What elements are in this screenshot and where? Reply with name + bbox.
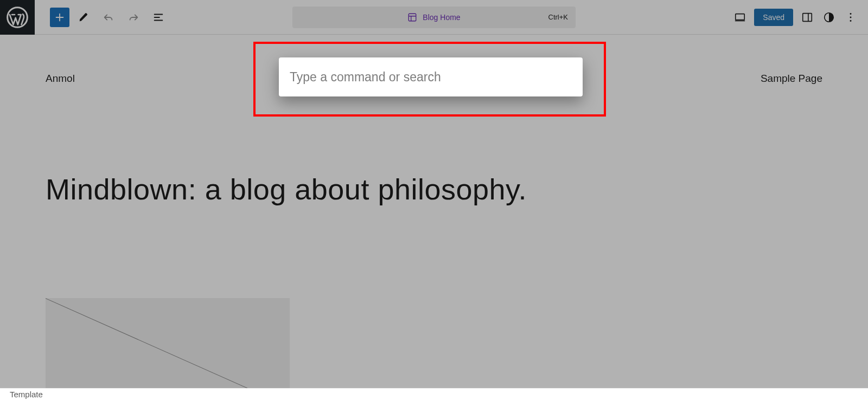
shortcut-hint: Ctrl+K	[548, 13, 568, 21]
editor-toolbar: Blog Home Ctrl+K Saved	[0, 0, 868, 35]
wordpress-logo[interactable]	[0, 0, 35, 35]
plus-icon	[54, 11, 66, 23]
desktop-icon	[734, 11, 746, 23]
redo-button[interactable]	[123, 7, 144, 28]
pencil-icon	[78, 11, 90, 23]
sidebar-toggle-icon	[801, 11, 813, 23]
template-pill: Blog Home	[407, 12, 460, 22]
svg-rect-1	[409, 14, 417, 21]
toolbar-right-group: Saved	[732, 9, 868, 26]
save-label: Saved	[763, 13, 784, 22]
toolbar-left-group	[50, 7, 169, 28]
command-input[interactable]	[290, 70, 572, 85]
save-button[interactable]: Saved	[754, 9, 793, 26]
list-icon	[152, 11, 164, 23]
layout-icon	[407, 12, 417, 22]
contrast-icon	[823, 11, 835, 23]
add-block-button[interactable]	[50, 8, 69, 27]
settings-panel-button[interactable]	[800, 10, 815, 25]
kebab-icon	[845, 11, 857, 23]
edit-tool-button[interactable]	[73, 7, 94, 28]
template-label: Blog Home	[423, 13, 460, 22]
breadcrumb-label: Template	[10, 390, 43, 399]
svg-rect-3	[803, 13, 812, 21]
redo-icon	[127, 11, 139, 23]
command-palette[interactable]	[279, 57, 583, 96]
command-bar-trigger[interactable]: Blog Home Ctrl+K	[292, 7, 576, 28]
svg-point-5	[850, 13, 852, 15]
hero-heading[interactable]: Mindblown: a blog about philosophy.	[46, 172, 822, 206]
more-options-button[interactable]	[843, 10, 858, 25]
svg-point-6	[850, 16, 852, 18]
undo-icon	[103, 11, 114, 23]
site-title[interactable]: Anmol	[46, 73, 75, 85]
svg-point-7	[850, 20, 852, 21]
featured-image-placeholder[interactable]	[46, 298, 290, 400]
undo-button[interactable]	[98, 7, 119, 28]
svg-rect-2	[736, 14, 745, 20]
styles-button[interactable]	[821, 10, 837, 25]
view-button[interactable]	[732, 10, 748, 25]
wordpress-icon	[7, 7, 28, 28]
footer-breadcrumb[interactable]: Template	[0, 388, 868, 400]
document-overview-button[interactable]	[148, 7, 169, 28]
nav-link-sample[interactable]: Sample Page	[761, 73, 822, 85]
